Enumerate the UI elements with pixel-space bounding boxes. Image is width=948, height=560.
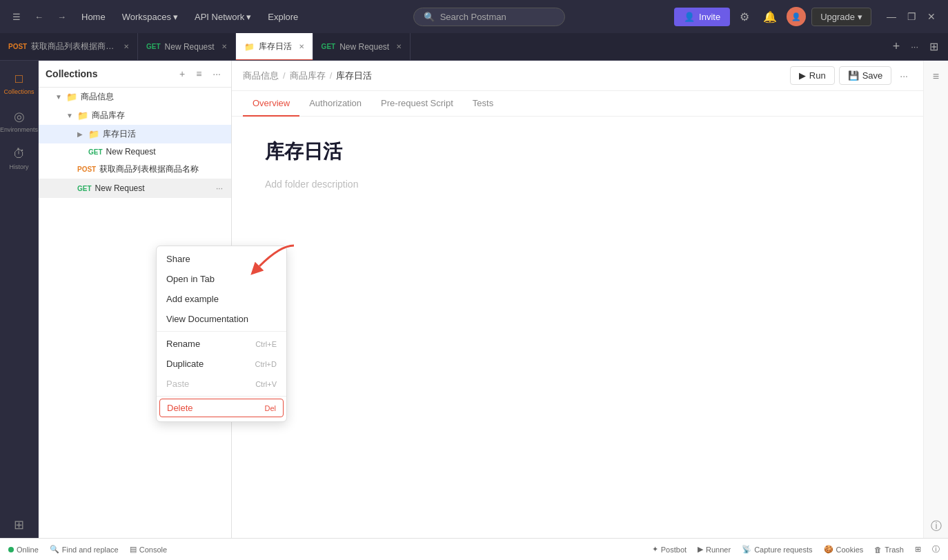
cookies-button[interactable]: 🍪 Cookies bbox=[824, 545, 864, 554]
ctx-delete[interactable]: Delete Del bbox=[159, 399, 284, 417]
tab-post-request[interactable]: POST 获取商品列表根据商品品: ✕ bbox=[0, 33, 138, 61]
explore-link[interactable]: Explore bbox=[262, 9, 304, 25]
save-icon: 💾 bbox=[848, 70, 859, 81]
tree-item-req2[interactable]: POST 获取商品列表根据商品名称 bbox=[39, 160, 231, 179]
notifications-button[interactable]: 🔔 bbox=[759, 6, 781, 28]
ctx-shortcut: Ctrl+E bbox=[255, 340, 277, 348]
breadcrumb-link-2[interactable]: 商品库存 bbox=[290, 70, 326, 82]
help-button[interactable]: ⓘ bbox=[932, 544, 940, 554]
online-status[interactable]: Online bbox=[8, 546, 39, 554]
chevron-right-icon: ▶ bbox=[77, 130, 88, 138]
invite-button[interactable]: 👤 Invite bbox=[674, 8, 730, 26]
tree-item-folder1[interactable]: ▼ 📁 商品库存 bbox=[39, 106, 231, 125]
ctx-rename[interactable]: Rename Ctrl+E bbox=[157, 334, 286, 354]
tree-more-button[interactable]: ··· bbox=[213, 182, 226, 194]
tree-item-label: 库存日活 bbox=[103, 128, 226, 140]
invite-icon: 👤 bbox=[684, 12, 695, 22]
tab-close-icon[interactable]: ✕ bbox=[396, 43, 402, 50]
sidebar-item-environments[interactable]: ◎ Environments bbox=[3, 103, 36, 139]
tab-get-request[interactable]: GET New Request ✕ bbox=[138, 33, 236, 61]
tree-item-req3[interactable]: GET New Request ··· bbox=[39, 179, 231, 198]
home-link[interactable]: Home bbox=[76, 9, 111, 25]
info-icon: ⓘ bbox=[932, 544, 940, 554]
ctx-item-label: Duplicate bbox=[166, 359, 204, 369]
tree-item-label: 商品库存 bbox=[92, 110, 226, 121]
method-badge: POST bbox=[77, 166, 96, 173]
tab-folder-active[interactable]: 📁 库存日活 ✕ bbox=[236, 33, 313, 61]
add-collection-button[interactable]: + bbox=[176, 66, 188, 81]
sidebar-item-collections[interactable]: □ Collections bbox=[3, 66, 36, 101]
forward-button[interactable]: → bbox=[53, 9, 70, 25]
find-replace-button[interactable]: 🔍 Find and replace bbox=[50, 545, 119, 554]
runner-button[interactable]: ▶ Runner bbox=[698, 545, 731, 554]
notes-button[interactable]: ≡ bbox=[929, 66, 943, 87]
grid-view-button[interactable]: ⊞ bbox=[915, 545, 921, 554]
maximize-button[interactable]: ❐ bbox=[903, 10, 920, 23]
chevron-down-icon: ▼ bbox=[66, 112, 77, 119]
sort-button[interactable]: ≡ bbox=[192, 66, 205, 81]
statusbar: Online 🔍 Find and replace ▤ Console ✦ Po… bbox=[0, 538, 948, 560]
tree-item-label: 获取商品列表根据商品名称 bbox=[99, 163, 226, 175]
find-replace-icon: 🔍 bbox=[50, 545, 59, 554]
tree-item-folder2[interactable]: ▶ 📁 库存日活 bbox=[39, 125, 231, 143]
ctx-add-example[interactable]: Add example bbox=[157, 289, 286, 309]
tab-overview[interactable]: Overview bbox=[243, 91, 299, 117]
ctx-view-doc[interactable]: View Documentation bbox=[157, 309, 286, 329]
breadcrumb-separator: / bbox=[330, 70, 333, 81]
ctx-open-in-tab[interactable]: Open in Tab bbox=[157, 269, 286, 289]
tree-item-root[interactable]: ▼ 📁 商品信息 bbox=[39, 88, 231, 106]
add-tab-button[interactable]: + bbox=[889, 35, 905, 58]
layout-button[interactable]: ⊞ bbox=[925, 36, 942, 57]
tab-close-icon[interactable]: ✕ bbox=[299, 43, 304, 50]
main-content: 商品信息 / 商品库存 / 库存日活 ▶ Run 💾 Save ··· bbox=[232, 61, 923, 538]
tab-close-icon[interactable]: ✕ bbox=[221, 43, 227, 50]
tab-get-request-2[interactable]: GET New Request ✕ bbox=[313, 33, 411, 61]
trash-button[interactable]: 🗑 Trash bbox=[874, 546, 904, 554]
run-button[interactable]: ▶ Run bbox=[790, 66, 835, 85]
more-options-button[interactable]: ··· bbox=[896, 68, 912, 84]
avatar[interactable]: 👤 bbox=[787, 7, 806, 26]
save-button[interactable]: 💾 Save bbox=[839, 66, 892, 85]
tabs-bar: POST 获取商品列表根据商品品: ✕ GET New Request ✕ 📁 … bbox=[0, 33, 948, 61]
tab-label: New Request bbox=[339, 42, 389, 52]
sidebar-item-mock[interactable]: ⊞ bbox=[3, 512, 36, 538]
back-button[interactable]: ← bbox=[30, 9, 48, 25]
online-label: Online bbox=[17, 546, 39, 554]
upgrade-button[interactable]: Upgrade ▾ bbox=[811, 8, 871, 26]
info-button[interactable]: ⓘ bbox=[927, 515, 946, 538]
workspaces-dropdown[interactable]: Workspaces ▾ bbox=[117, 9, 184, 25]
tab-tests[interactable]: Tests bbox=[463, 91, 503, 117]
sidebar-item-label: Collections bbox=[3, 88, 34, 95]
console-label: Console bbox=[139, 546, 167, 554]
panel-more-button[interactable]: ··· bbox=[209, 66, 224, 81]
settings-button[interactable]: ⚙ bbox=[735, 6, 753, 28]
breadcrumb-link-1[interactable]: 商品信息 bbox=[243, 70, 279, 82]
tab-authorization[interactable]: Authorization bbox=[299, 91, 371, 117]
minimize-button[interactable]: — bbox=[882, 10, 900, 23]
api-network-dropdown[interactable]: API Network ▾ bbox=[189, 9, 257, 25]
console-button[interactable]: ▤ Console bbox=[130, 545, 167, 554]
ctx-duplicate[interactable]: Duplicate Ctrl+D bbox=[157, 354, 286, 374]
postbot-button[interactable]: ✦ Postbot bbox=[652, 545, 687, 554]
close-button[interactable]: ✕ bbox=[923, 10, 940, 23]
menu-icon: ☰ bbox=[12, 12, 21, 22]
search-bar[interactable]: 🔍 Search Postman bbox=[413, 8, 565, 26]
ctx-item-label: Open in Tab bbox=[166, 274, 215, 284]
tab-close-icon[interactable]: ✕ bbox=[124, 43, 129, 50]
ctx-share[interactable]: Share bbox=[157, 249, 286, 269]
sidebar-item-history[interactable]: ⏱ History bbox=[3, 141, 36, 176]
titlebar-left: ☰ ← → Home Workspaces ▾ API Network ▾ Ex… bbox=[8, 9, 304, 25]
ctx-item-label: Rename bbox=[166, 339, 200, 349]
trash-label: Trash bbox=[885, 546, 904, 554]
folder-description[interactable]: Add folder description bbox=[265, 179, 890, 190]
tab-pre-request[interactable]: Pre-request Script bbox=[371, 91, 463, 117]
tree-item-req1[interactable]: GET New Request bbox=[39, 143, 231, 160]
collections-panel: Collections + ≡ ··· ▼ 📁 商品信息 ▼ 📁 商品库存 bbox=[39, 61, 232, 538]
toolbar-buttons: ▶ Run 💾 Save ··· bbox=[790, 66, 912, 85]
capture-requests-button[interactable]: 📡 Capture requests bbox=[742, 545, 812, 554]
tabs-more-button[interactable]: ··· bbox=[907, 37, 922, 56]
forward-icon: → bbox=[57, 12, 66, 22]
menu-button[interactable]: ☰ bbox=[8, 9, 25, 25]
tabs-actions: + ··· ⊞ bbox=[883, 35, 948, 58]
content-body: 库存日活 Add folder description bbox=[232, 117, 923, 538]
